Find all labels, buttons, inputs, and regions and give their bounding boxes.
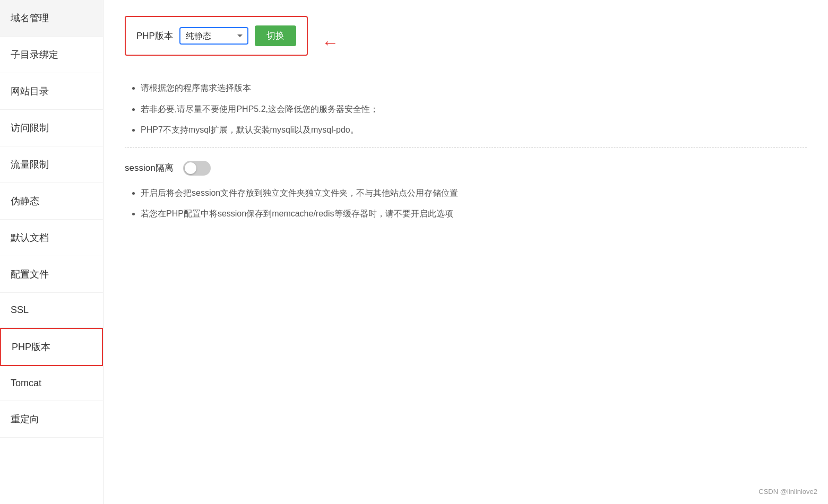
divider — [125, 147, 807, 148]
sidebar-item-php-version[interactable]: PHP版本 — [0, 328, 103, 366]
sidebar-item-domain[interactable]: 域名管理 — [0, 0, 103, 37]
sidebar-item-access[interactable]: 访问限制 — [0, 110, 103, 146]
sidebar-item-subdir[interactable]: 子目录绑定 — [0, 37, 103, 73]
list-item: PHP7不支持mysql扩展，默认安装mysqli以及mysql-pdo。 — [141, 123, 807, 137]
session-info-list: 开启后将会把session文件存放到独立文件夹独立文件夹，不与其他站点公用存储位… — [125, 186, 807, 221]
sidebar-item-ssl[interactable]: SSL — [0, 293, 103, 328]
list-item: 开启后将会把session文件存放到独立文件夹独立文件夹，不与其他站点公用存储位… — [141, 186, 807, 200]
php-info-list: 请根据您的程序需求选择版本若非必要,请尽量不要使用PHP5.2,这会降低您的服务… — [125, 81, 807, 137]
sidebar: 域名管理子目录绑定网站目录访问限制流量限制伪静态默认文档配置文件SSLPHP版本… — [0, 0, 104, 504]
php-version-select[interactable]: 纯静态PHP 5.2PHP 5.4PHP 5.6PHP 7.0PHP 7.2PH… — [179, 27, 248, 45]
sidebar-item-webroot[interactable]: 网站目录 — [0, 73, 103, 110]
sidebar-item-pseudostatic[interactable]: 伪静态 — [0, 183, 103, 220]
session-toggle[interactable] — [183, 161, 211, 176]
php-version-box: PHP版本 纯静态PHP 5.2PHP 5.4PHP 5.6PHP 7.0PHP… — [125, 16, 308, 56]
sidebar-item-config-file[interactable]: 配置文件 — [0, 256, 103, 293]
php-version-label: PHP版本 — [136, 30, 173, 42]
arrow-container: ← — [322, 34, 339, 51]
watermark: CSDN @linlinlove2 — [758, 488, 817, 496]
sidebar-item-redirect[interactable]: 重定向 — [0, 401, 103, 438]
session-row: session隔离 — [125, 161, 807, 176]
list-item: 请根据您的程序需求选择版本 — [141, 81, 807, 95]
list-item: 若您在PHP配置中将session保存到memcache/redis等缓存器时，… — [141, 207, 807, 221]
session-label: session隔离 — [125, 162, 174, 174]
sidebar-item-traffic[interactable]: 流量限制 — [0, 146, 103, 183]
left-arrow-icon: ← — [322, 34, 339, 51]
switch-button[interactable]: 切换 — [255, 25, 296, 46]
sidebar-item-default-doc[interactable]: 默认文档 — [0, 220, 103, 256]
list-item: 若非必要,请尽量不要使用PHP5.2,这会降低您的服务器安全性； — [141, 102, 807, 116]
main-content: PHP版本 纯静态PHP 5.2PHP 5.4PHP 5.6PHP 7.0PHP… — [104, 0, 828, 504]
toggle-knob — [185, 162, 196, 174]
sidebar-item-tomcat[interactable]: Tomcat — [0, 366, 103, 401]
